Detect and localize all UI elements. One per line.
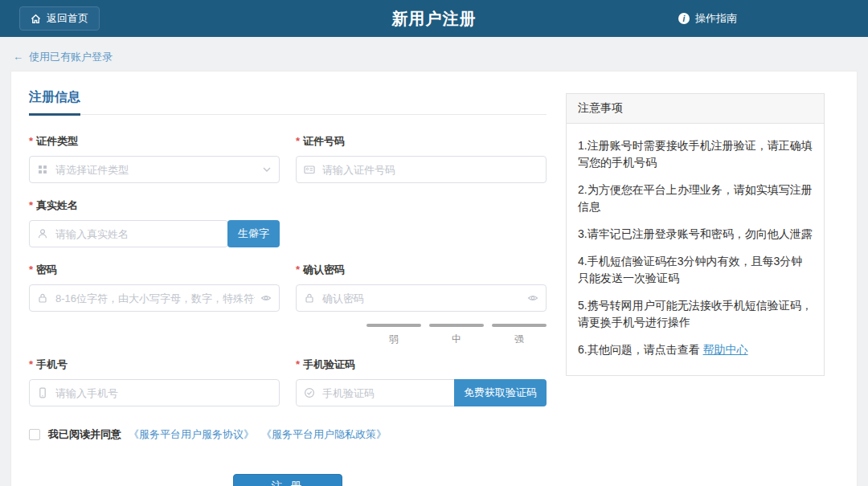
phone-group: *手机号 <box>29 357 280 406</box>
form-row-certificate: *证件类型 *证件号码 <box>29 134 547 183</box>
strength-strong: 强 <box>492 324 547 346</box>
confirm-password-label: *确认密码 <box>296 263 547 277</box>
strength-row: 弱 中 强 <box>29 324 547 346</box>
phone-label: *手机号 <box>29 357 280 372</box>
back-home-label: 返回首页 <box>47 11 88 26</box>
note-item-text: 6.其他问题，请点击查看 <box>578 343 703 356</box>
agreement-row: 我已阅读并同意 《服务平台用户服务协议》 《服务平台用户隐私政策》 <box>29 427 547 442</box>
empty-col <box>296 198 547 247</box>
strength-label: 强 <box>514 333 524 346</box>
cert-type-group: *证件类型 <box>29 134 280 183</box>
service-agreement-link[interactable]: 《服务平台用户服务协议》 <box>129 427 254 442</box>
phone-input[interactable] <box>29 379 280 406</box>
strength-label: 中 <box>452 333 461 346</box>
required-asterisk: * <box>29 263 33 276</box>
rare-character-button[interactable]: 生僻字 <box>227 220 280 247</box>
real-name-label: *真实姓名 <box>29 198 280 213</box>
real-name-row: 生僻字 <box>29 220 280 247</box>
phone-field <box>29 379 280 406</box>
privacy-policy-link[interactable]: 《服务平台用户隐私政策》 <box>261 427 387 442</box>
sms-code-group: *手机验证码 免费获取验证码 <box>296 357 547 406</box>
required-asterisk: * <box>296 135 300 147</box>
eye-icon[interactable] <box>260 292 272 304</box>
password-label: *密码 <box>29 263 280 277</box>
note-item: 4.手机短信验证码在3分钟内有效，且每3分钟只能发送一次验证码 <box>578 253 813 287</box>
required-asterisk: * <box>296 358 300 370</box>
home-icon <box>31 14 41 24</box>
real-name-field <box>29 220 228 247</box>
notes-panel-title: 注意事项 <box>567 94 824 124</box>
required-asterisk: * <box>29 135 33 147</box>
password-strength-meter: 弱 中 强 <box>366 324 547 346</box>
real-name-input[interactable] <box>29 220 228 247</box>
main-card: 注册信息 *证件类型 <box>10 71 858 486</box>
sms-code-field <box>296 379 457 406</box>
strength-bar <box>429 324 484 327</box>
strength-bar <box>492 324 547 327</box>
cert-number-group: *证件号码 <box>296 134 547 183</box>
strength-weak: 弱 <box>366 324 421 346</box>
note-item: 6.其他问题，请点击查看 帮助中心 <box>578 341 813 358</box>
form-row-phone: *手机号 *手机验证码 <box>29 357 547 406</box>
page-title: 新用户注册 <box>392 8 477 30</box>
empty-col <box>29 324 280 346</box>
notes-panel: 注意事项 1.注册账号时需要接收手机注册验证，请正确填写您的手机号码 2.为方便… <box>566 93 825 376</box>
note-item: 2.为方便您在平台上办理业务，请如实填写注册信息 <box>578 182 813 215</box>
strength-bar <box>366 324 421 327</box>
left-arrow-icon: ← <box>13 51 23 63</box>
sms-code-label: *手机验证码 <box>296 357 547 372</box>
guide-link[interactable]: 操作指南 <box>678 0 737 37</box>
password-input[interactable] <box>29 284 280 312</box>
cert-type-label: *证件类型 <box>29 134 280 149</box>
section-title: 注册信息 <box>29 89 547 115</box>
submit-row: 注 册 <box>29 474 547 486</box>
agreement-label: 我已阅读并同意 <box>48 427 121 442</box>
strength-col: 弱 中 强 <box>296 324 547 346</box>
sms-code-row: 免费获取验证码 <box>296 379 547 406</box>
get-code-button[interactable]: 免费获取验证码 <box>454 379 547 406</box>
real-name-group: *真实姓名 生僻字 <box>29 198 280 247</box>
agreement-checkbox[interactable] <box>29 429 40 440</box>
section-title-text: 注册信息 <box>29 89 80 116</box>
password-field <box>29 284 280 312</box>
note-item: 5.携号转网用户可能无法接收手机短信验证码，请更换手机号进行操作 <box>578 297 813 331</box>
back-home-button[interactable]: 返回首页 <box>19 6 100 31</box>
confirm-password-field <box>296 284 547 312</box>
guide-label: 操作指南 <box>695 11 737 26</box>
strength-label: 弱 <box>389 333 399 346</box>
login-existing-link[interactable]: ← 使用已有账户登录 <box>13 50 113 64</box>
required-asterisk: * <box>29 358 33 370</box>
note-item: 3.请牢记已注册登录账号和密码，勿向他人泄露 <box>578 226 813 243</box>
login-existing-label: 使用已有账户登录 <box>29 50 113 64</box>
cert-type-select[interactable] <box>29 156 280 183</box>
notes-panel-body: 1.注册账号时需要接收手机注册验证，请正确填写您的手机号码 2.为方便您在平台上… <box>567 124 824 375</box>
note-item: 1.注册账号时需要接收手机注册验证，请正确填写您的手机号码 <box>578 137 813 171</box>
cert-number-label: *证件号码 <box>296 134 547 149</box>
info-icon <box>678 13 690 24</box>
chevron-down-icon[interactable] <box>262 165 272 174</box>
required-asterisk: * <box>296 263 300 276</box>
cert-type-input[interactable] <box>29 156 280 183</box>
registration-page: 返回首页 新用户注册 操作指南 ← 使用已有账户登录 注册信息 *证件类型 <box>0 0 868 64</box>
cert-number-input[interactable] <box>296 156 547 183</box>
required-asterisk: * <box>29 199 33 211</box>
form-row-name: *真实姓名 生僻字 <box>29 198 547 247</box>
confirm-password-group: *确认密码 <box>296 263 547 312</box>
confirm-password-input[interactable] <box>296 284 547 312</box>
eye-icon[interactable] <box>527 292 538 304</box>
register-button[interactable]: 注 册 <box>233 474 342 486</box>
cert-number-field <box>296 156 547 183</box>
sms-code-input[interactable] <box>296 379 457 406</box>
top-header: 返回首页 新用户注册 操作指南 <box>0 0 868 37</box>
strength-medium: 中 <box>429 324 484 346</box>
sub-header-row: ← 使用已有账户登录 <box>0 37 868 64</box>
form-row-password: *密码 *确认密码 <box>29 263 547 312</box>
password-group: *密码 <box>29 263 280 312</box>
registration-form: 注册信息 *证件类型 <box>29 89 547 486</box>
help-center-link[interactable]: 帮助中心 <box>703 343 748 356</box>
